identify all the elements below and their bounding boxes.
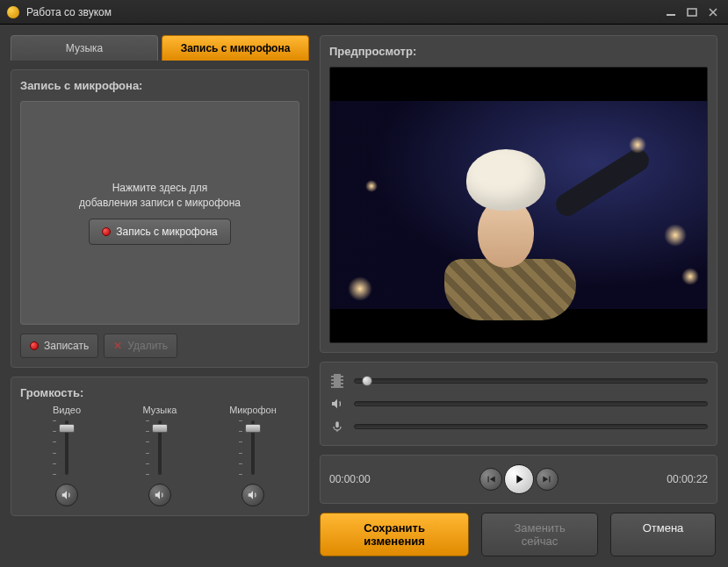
record-icon <box>30 341 39 350</box>
svg-rect-4 <box>335 421 339 427</box>
audio-level-slider[interactable] <box>354 401 708 406</box>
mic-volume-slider[interactable] <box>235 420 270 475</box>
recording-drop-area[interactable]: Нажмите здесь для добавления записи с ми… <box>20 101 299 325</box>
video-mute-button[interactable] <box>55 484 78 506</box>
source-tabs: Музыка Запись с микрофона <box>11 35 309 61</box>
delete-icon: ✕ <box>113 340 122 352</box>
title-bar: Работа со звуком <box>0 0 728 25</box>
time-current: 00:00:00 <box>329 473 400 485</box>
next-button[interactable] <box>536 468 559 491</box>
time-total: 00:00:22 <box>638 473 708 485</box>
start-recording-button[interactable]: Запись с микрофона <box>89 219 230 245</box>
volume-panel: Громкость: Видео Музыка <box>11 377 309 516</box>
film-icon <box>329 374 345 388</box>
cancel-button[interactable]: Отмена <box>610 513 716 556</box>
record-icon <box>102 227 111 236</box>
volume-video: Видео <box>27 405 106 506</box>
audio-track-row <box>329 392 708 415</box>
prev-button[interactable] <box>479 468 502 491</box>
microphone-icon <box>329 420 345 434</box>
speaker-icon <box>329 397 345 411</box>
save-button[interactable]: Сохранить изменения <box>320 513 469 556</box>
window-title: Работа со звуком <box>26 6 658 18</box>
video-preview[interactable] <box>329 67 708 343</box>
volume-music: Музыка <box>120 405 199 506</box>
recording-panel-title: Запись с микрофона: <box>20 79 299 92</box>
app-icon <box>7 6 19 18</box>
svg-rect-0 <box>667 14 675 16</box>
mic-level-slider[interactable] <box>354 424 708 429</box>
music-volume-slider[interactable] <box>142 420 177 475</box>
video-track-row <box>329 370 708 392</box>
footer-buttons: Сохранить изменения Заменить сейчас Отме… <box>320 513 717 556</box>
tab-microphone[interactable]: Запись с микрофона <box>162 35 309 61</box>
maximize-button[interactable] <box>684 6 700 18</box>
video-volume-slider[interactable] <box>49 420 84 475</box>
preview-panel: Предпросмотр: <box>320 35 717 353</box>
music-mute-button[interactable] <box>148 484 171 506</box>
volume-mic: Микрофон <box>213 405 292 506</box>
svg-rect-1 <box>688 9 696 16</box>
video-seek-slider[interactable] <box>354 378 708 384</box>
transport-panel: 00:00:00 00:00:22 <box>320 455 717 504</box>
recording-panel: Запись с микрофона: Нажмите здесь для до… <box>11 69 309 368</box>
tracks-panel <box>320 362 717 446</box>
play-button[interactable] <box>504 464 534 494</box>
delete-button[interactable]: ✕ Удалить <box>104 334 177 358</box>
minimize-button[interactable] <box>663 6 679 18</box>
record-button[interactable]: Записать <box>20 334 98 358</box>
mic-mute-button[interactable] <box>241 484 264 506</box>
replace-now-button[interactable]: Заменить сейчас <box>481 513 598 556</box>
preview-title: Предпросмотр: <box>329 45 708 58</box>
close-button[interactable] <box>705 6 721 18</box>
tab-music[interactable]: Музыка <box>11 35 158 61</box>
recording-hint: Нажмите здесь для добавления записи с ми… <box>79 181 241 211</box>
volume-title: Громкость: <box>20 386 299 399</box>
mic-track-row <box>329 415 708 438</box>
